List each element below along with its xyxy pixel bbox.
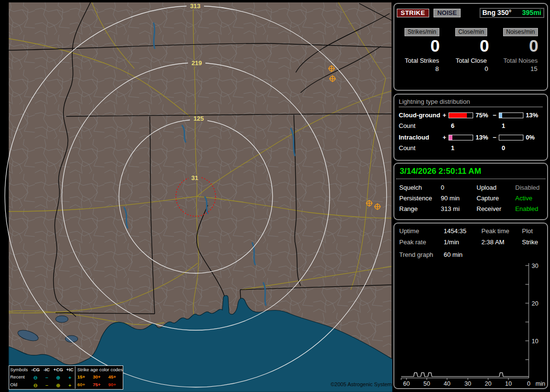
cg-minus-pct: 13% [523, 112, 543, 119]
plot-value: Strike [522, 238, 542, 246]
strikes-per-min-label[interactable]: Strikes/min [405, 28, 439, 36]
x-tick-50: 50 [423, 380, 430, 387]
ring-label-125: 125 [193, 115, 204, 122]
y-tick-10: 10 [532, 338, 538, 345]
age-code-45: 45+ [108, 374, 123, 381]
age-code-60: 60+ [77, 381, 93, 389]
persistence-value: 90 min [441, 195, 477, 202]
upload-label: Upload [477, 184, 515, 191]
ic-minus-count: 0 [502, 144, 505, 152]
ic-plus-count: 1 [451, 144, 502, 152]
range-label: Range [399, 205, 441, 212]
datetime-display: 3/14/2026 2:50:11 AM [396, 164, 546, 179]
capture-label: Capture [477, 195, 515, 202]
lake [56, 316, 68, 322]
y-tick-30: 30 [532, 263, 538, 269]
strike-rate-trace [401, 373, 529, 377]
ic-plus-bar [449, 135, 473, 140]
x-tick-20: 20 [485, 380, 492, 387]
noise-mode-button[interactable]: NOISE [434, 9, 461, 17]
status-panel: 3/14/2026 2:50:11 AM Squelch 0 Upload Di… [393, 163, 548, 220]
cg-minus-count: 1 [502, 122, 505, 129]
plus-cg-recent-icon: ⊕ [52, 374, 65, 381]
close-per-min-value: 0 [447, 37, 496, 55]
close-per-min-label[interactable]: Close/min [455, 28, 487, 36]
minus-ic-recent-icon: − [42, 374, 52, 381]
age-code-15: 15+ [77, 374, 93, 381]
counters-panel: STRIKE NOISE Bng 350° 395mi Strikes/min … [393, 3, 548, 91]
x-tick-40: 40 [444, 380, 450, 387]
total-close-value: 0 [447, 65, 496, 72]
map-legend: Symbols -CG -IC +CG +IC Recent ⊖ − ⊕ + O… [9, 365, 123, 390]
x-tick-60: 60 [403, 380, 410, 387]
bearing-display: Bng 350° 395mi [479, 8, 544, 18]
strike-mode-button[interactable]: STRIKE [397, 9, 429, 17]
bearing-range: 395mi [522, 9, 541, 16]
total-noises-value: 15 [496, 65, 545, 72]
ring-label-31: 31 [191, 174, 198, 182]
cloud-ground-row: Cloud-ground + 75% − 13% [394, 107, 547, 119]
intracloud-row: Intracloud + 13% − 0% [394, 129, 547, 141]
peak-rate-value: 1/min [444, 238, 481, 246]
cg-minus-bar [499, 112, 523, 118]
minus-ic-old-icon: − [42, 381, 52, 389]
age-code-90: 90+ [108, 381, 123, 389]
x-tick-10: 10 [505, 380, 512, 387]
plus-cg-old-icon: ⊕ [52, 381, 65, 389]
squelch-value: 0 [441, 184, 477, 191]
close-counter: Close/min 0 Total Close 0 [447, 28, 496, 72]
peak-time-value: 2:38 AM [481, 238, 522, 246]
strikes-per-min-value: 0 [397, 37, 447, 55]
minus-cg-old-icon: ⊖ [29, 381, 42, 389]
trend-graph-window: 60 min [444, 251, 463, 258]
plot-label: Plot [522, 227, 542, 235]
receiver-status: Enabled [515, 205, 542, 212]
y-tick-20: 20 [532, 300, 538, 307]
age-code-75: 75+ [93, 381, 108, 389]
legend-row-recent: Recent [10, 374, 29, 381]
cg-plus-bar [449, 112, 473, 118]
legend-symbols-header: Symbols [10, 366, 29, 374]
strikes-counter: Strikes/min 0 Total Strikes 8 [397, 28, 447, 72]
peak-time-label: Peak time [481, 227, 522, 235]
side-panel: STRIKE NOISE Bng 350° 395mi Strikes/min … [392, 0, 550, 392]
legend-row-old: Old [10, 381, 29, 389]
ic-minus-bar [499, 135, 523, 140]
x-tick-30: 30 [464, 380, 471, 387]
x-tick-0: 0 [527, 380, 531, 387]
noises-counter: Noises/min 0 Total Noises 15 [496, 28, 545, 72]
persistence-label: Persistence [399, 195, 441, 202]
legend-age-header: Strike age color codes [77, 366, 123, 374]
noises-per-min-value: 0 [496, 37, 545, 55]
noises-per-min-label[interactable]: Noises/min [503, 28, 537, 36]
total-noises-label: Total Noises [496, 57, 545, 64]
receiver-label: Receiver [477, 205, 515, 212]
peak-rate-label: Peak rate [399, 238, 444, 246]
ring-label-313: 313 [190, 2, 201, 10]
distribution-panel: Lightning type distribution Cloud-ground… [393, 94, 548, 161]
bearing-value: Bng 350° [482, 9, 511, 16]
plus-ic-recent-icon: + [65, 374, 75, 381]
range-value: 313 mi [441, 205, 477, 212]
uptime-value: 1454:35 [444, 227, 481, 235]
nexstorm-app: 313 219 125 31 ©2005 Astrogenic Systems … [0, 0, 550, 392]
trend-panel: Uptime 1454:35 Peak time Plot Peak rate … [393, 223, 548, 389]
ic-plus-pct: 13% [473, 134, 492, 141]
plus-ic-old-icon: + [65, 381, 75, 389]
cloud-ground-count-row: Count 6 1 [394, 119, 547, 129]
lightning-map[interactable]: 313 219 125 31 ©2005 Astrogenic Systems … [0, 0, 392, 392]
total-close-label: Total Close [447, 57, 496, 64]
total-strikes-label: Total Strikes [397, 57, 447, 64]
squelch-label: Squelch [399, 184, 441, 191]
map-canvas: 313 219 125 31 ©2005 Astrogenic Systems [0, 0, 392, 392]
age-code-30: 30+ [93, 374, 108, 381]
intracloud-count-row: Count 1 0 [394, 141, 547, 152]
ring-label-219: 219 [191, 59, 202, 67]
x-axis-unit: min [536, 380, 545, 387]
trend-graph-label: Trend graph [399, 251, 444, 258]
copyright-text: ©2005 Astrogenic Systems [331, 381, 392, 387]
capture-status: Active [515, 195, 542, 202]
graph-axes [401, 263, 529, 378]
total-strikes-value: 8 [397, 65, 447, 72]
trend-graph: 30 20 10 60 50 40 30 20 10 0 min [394, 259, 546, 388]
